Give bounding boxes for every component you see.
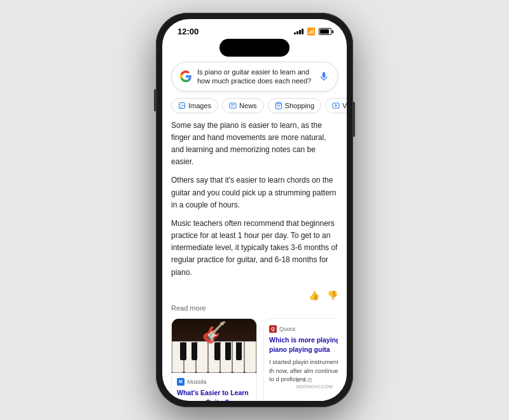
card-source-label: Mussila	[187, 379, 207, 385]
tab-news-label: News	[239, 102, 257, 109]
card-source-quora-label: Quora	[279, 326, 295, 332]
search-query: Is piano or guitar easier to learn and h…	[197, 67, 313, 86]
tab-news[interactable]: News	[222, 98, 264, 113]
tab-shopping[interactable]: Shopping	[268, 98, 322, 113]
answer-paragraphs: Some say the piano is easier to learn, a…	[171, 120, 338, 279]
status-icons: 📶	[294, 27, 331, 36]
tab-images[interactable]: Images	[171, 98, 218, 113]
tab-shopping-label: Shopping	[285, 102, 315, 109]
filter-tabs: Images News Shopping	[162, 98, 347, 120]
svg-point-1	[181, 104, 182, 105]
signal-icon	[294, 29, 303, 34]
thumbs-down-icon[interactable]: 👎	[327, 290, 338, 300]
tab-video-label: Vide	[342, 102, 347, 109]
images-icon	[178, 102, 186, 109]
thumbs-up-icon[interactable]: 👍	[309, 290, 319, 300]
card-source-quora: Q Quora	[264, 319, 338, 335]
video-icon	[332, 102, 340, 109]
search-bar[interactable]: Is piano or guitar easier to learn and h…	[171, 62, 338, 92]
tab-video[interactable]: Vide	[325, 98, 347, 113]
shopping-icon	[275, 102, 282, 109]
feedback-row: 👍 👎	[171, 285, 338, 304]
svg-marker-7	[335, 104, 337, 107]
status-bar: 12:00 📶	[162, 19, 347, 39]
watermark: 智·东西JIDONGXI.COM	[295, 377, 333, 389]
phone-screen: 12:00 📶	[162, 19, 347, 401]
answer-p2: Others say that it's easier to learn cho…	[171, 174, 338, 211]
read-more-link[interactable]: Read more	[171, 304, 338, 312]
quora-favicon: Q	[269, 325, 277, 333]
status-time: 12:00	[178, 27, 199, 36]
card-title-quora: Which is more playing piano playing guit…	[264, 335, 338, 358]
card-mussila[interactable]: 🎸 M Mussila What's Easier to Learn Piano…	[171, 318, 257, 401]
news-icon	[229, 102, 237, 109]
google-logo	[179, 70, 192, 83]
svg-rect-2	[230, 103, 236, 108]
dynamic-island	[220, 39, 289, 57]
mic-icon[interactable]	[318, 71, 330, 82]
answer-p1: Some say the piano is easier to learn, a…	[171, 120, 338, 169]
battery-icon	[319, 28, 331, 35]
mussila-favicon: M	[177, 378, 185, 386]
answer-p3: Music teachers often recommend that begi…	[171, 218, 338, 279]
card-source-mussila: M Mussila	[172, 373, 256, 388]
answer-content: Some say the piano is easier to learn, a…	[162, 120, 347, 401]
card-image-piano: 🎸	[172, 319, 256, 373]
tab-images-label: Images	[188, 102, 211, 109]
card-title-mussila: What's Easier to Learn Piano or Guitar?	[172, 388, 256, 401]
wifi-icon: 📶	[307, 27, 316, 36]
phone-frame: 12:00 📶	[156, 13, 353, 407]
